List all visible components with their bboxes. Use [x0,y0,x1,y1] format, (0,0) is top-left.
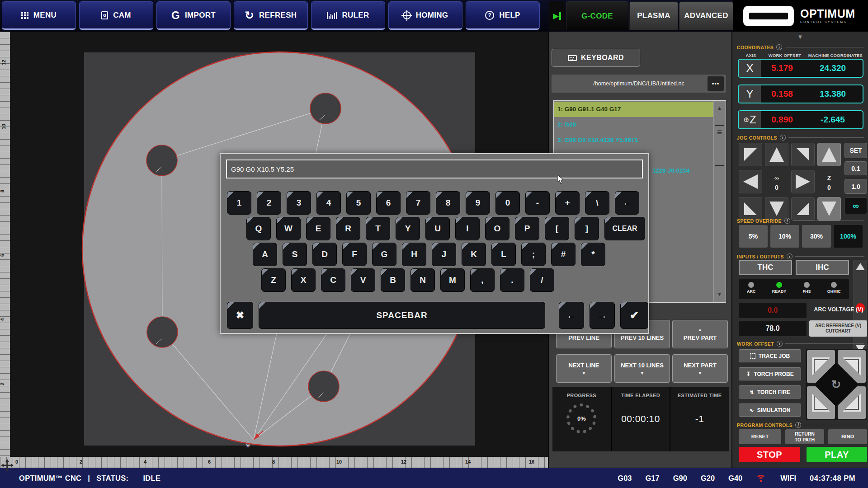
gcode-line[interactable]: 2: G20 [554,117,713,132]
key-b[interactable]: B [381,268,405,292]
axis-row-z[interactable]: ⊕Z 0.890 -2.645 [738,110,863,129]
jog-z-up-button[interactable] [817,143,841,166]
file-path-bar[interactable]: /home/optimum/DNC/LIB/Untitled.nc ••• [552,75,726,93]
thc-button[interactable]: THC [739,260,792,275]
torch-fire-button[interactable]: ↯ TORCH FIRE [739,385,801,399]
key-1[interactable]: 1 [227,191,251,215]
key-f[interactable]: F [342,243,367,266]
key-2[interactable]: 2 [257,191,281,215]
key-9[interactable]: 9 [466,191,490,215]
speed-5-button[interactable]: 5% [739,225,768,248]
key-h[interactable]: H [402,243,426,266]
jog-down-right-button[interactable] [791,197,815,221]
key-g[interactable]: G [372,243,396,266]
info-icon[interactable]: i [776,44,782,50]
trace-job-button[interactable]: TRACE JOB [739,349,801,362]
jog-up-button[interactable] [765,143,788,166]
gcode-entry-input[interactable]: G90 G0 X10.5 Y5.25 [226,160,643,178]
key-cursor-right[interactable]: → [590,302,615,329]
tab-plasma[interactable]: PLASMA [629,1,678,30]
jog-z-down-button[interactable] [817,197,841,221]
key-close[interactable]: ✖ [227,302,253,329]
cam-button[interactable]: G CAM [79,1,153,30]
key-0[interactable]: 0 [495,191,520,215]
axis-row-y[interactable]: Y 0.158 13.380 [738,84,863,103]
keyboard-toggle-button[interactable]: KEYBOARD [552,49,640,67]
key-n[interactable]: N [410,268,435,292]
key-t[interactable]: T [366,217,390,240]
key-a[interactable]: A [253,243,277,266]
key-j[interactable]: J [432,243,456,266]
info-icon[interactable]: i [787,253,793,259]
jog-continuous-button[interactable]: ∞ [844,197,867,214]
key-l[interactable]: L [491,243,516,266]
list-menu-icon[interactable]: ≡ [714,127,725,137]
jog-step-0.1-button[interactable]: 0.1 [844,161,867,175]
key-period[interactable]: . [500,268,524,292]
key-y[interactable]: Y [396,217,420,240]
key-m[interactable]: M [440,268,465,292]
next-part-button[interactable]: NEXT PART ▼ [672,354,728,383]
axis-row-x[interactable]: X 5.179 24.320 [738,59,863,78]
scroll-up-icon[interactable]: ▲ [714,105,725,111]
key-backslash[interactable]: \ [585,191,609,215]
key-p[interactable]: P [515,217,539,240]
key-bracket-open[interactable]: [ [545,217,569,240]
key-minus[interactable]: - [525,191,550,215]
tab-advanced[interactable]: ADVANCED [679,1,733,30]
key-5[interactable]: 5 [346,191,371,215]
torch-probe-button[interactable]: ↧ TORCH PROBE [739,367,801,380]
jog-right-button[interactable] [791,170,815,193]
key-backspace[interactable]: ← [615,191,639,215]
origin-move-icon[interactable] [1,459,14,472]
jog-left-button[interactable] [739,170,762,193]
stop-button[interactable]: STOP [739,447,800,462]
key-confirm[interactable]: ✔ [620,302,648,329]
speed-30-button[interactable]: 30% [802,225,831,248]
help-button[interactable]: ? HELP [466,1,540,30]
file-browse-button[interactable]: ••• [708,76,724,91]
tab-gcode[interactable]: G-CODE [566,1,628,30]
run-pause-indicator[interactable]: ▶ [549,1,565,30]
key-e[interactable]: E [306,217,330,240]
key-hash[interactable]: # [551,243,576,266]
info-icon[interactable]: i [780,135,786,141]
prev-part-button[interactable]: ▲ PREV PART [672,320,728,348]
gcode-list-scrollbar[interactable]: ▲ ≡ ▼ [713,101,725,302]
play-button[interactable]: PLAY [807,447,867,462]
key-s[interactable]: S [283,243,307,266]
refresh-button[interactable]: ↻ REFRESH [234,1,308,30]
key-w[interactable]: W [276,217,301,240]
key-asterisk[interactable]: * [581,243,605,266]
ruler-button[interactable]: RULER [311,1,385,30]
jog-up-left-button[interactable] [739,143,762,166]
jog-step-1.0-button[interactable]: 1.0 [844,179,867,194]
jog-up-right-button[interactable] [791,143,815,166]
key-z[interactable]: Z [261,268,286,292]
key-d[interactable]: D [312,243,337,266]
simulation-button[interactable]: ∿ SIMULATION [739,404,801,417]
homing-button[interactable]: HOMING [388,1,462,30]
collapse-panel-icon[interactable]: ▼ [732,33,868,40]
key-x[interactable]: X [291,268,316,292]
key-3[interactable]: 3 [287,191,311,215]
key-q[interactable]: Q [246,217,271,240]
key-o[interactable]: O [485,217,509,240]
key-4[interactable]: 4 [316,191,341,215]
key-8[interactable]: 8 [436,191,460,215]
key-clear[interactable]: CLEAR [604,217,645,240]
key-spacebar[interactable]: SPACEBAR [259,302,545,329]
key-comma[interactable]: , [470,268,495,292]
info-icon[interactable]: i [784,218,790,224]
key-cursor-left[interactable]: ← [559,302,584,329]
key-c[interactable]: C [321,268,345,292]
arc-reference-cutchart-button[interactable]: ARC REFERENCE (V) CUTCHART [809,320,867,337]
next-line-button[interactable]: NEXT LINE ▼ [556,354,612,383]
scroll-down-icon[interactable]: ▼ [714,291,725,297]
key-slash[interactable]: / [530,268,554,292]
menu-button[interactable]: MENU [2,1,76,30]
info-icon[interactable]: i [795,422,801,428]
ihc-button[interactable]: IHC [796,260,849,275]
key-bracket-close[interactable]: ] [575,217,599,240]
bind-button[interactable]: BIND [828,429,867,444]
